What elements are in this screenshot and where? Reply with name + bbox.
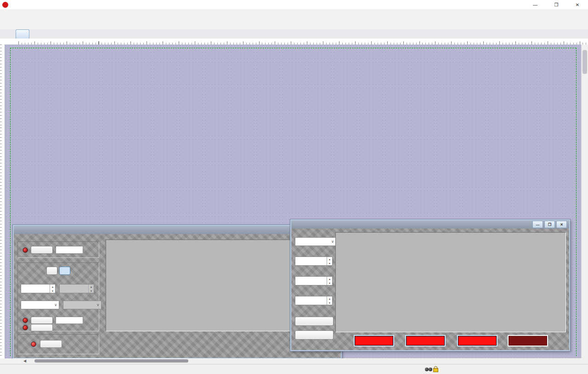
app-icon xyxy=(2,2,8,8)
peq-window-buttons: — ❐ ✕ xyxy=(532,221,567,228)
menu-bar xyxy=(0,9,588,19)
toolbar xyxy=(0,18,588,30)
title-bar: — ❐ ✕ xyxy=(0,0,588,10)
flatten-all-button[interactable] xyxy=(295,330,334,340)
window-controls: — ❐ ✕ xyxy=(525,0,588,9)
horizontal-scrollbar[interactable]: ◀ xyxy=(21,358,582,364)
horizontal-ruler xyxy=(0,39,588,45)
close-button[interactable]: ✕ xyxy=(567,0,588,9)
flatten-band-button[interactable] xyxy=(295,317,334,326)
range-l-button[interactable] xyxy=(46,267,57,275)
restore-button[interactable]: ❐ xyxy=(546,0,567,9)
center-freq-spinner[interactable]: ▲▼ xyxy=(295,257,333,266)
drag-points-button[interactable] xyxy=(458,336,497,346)
monitor-eye-icon xyxy=(425,368,432,372)
output-level-value[interactable] xyxy=(56,317,83,324)
peq-dialog-titlebar[interactable]: — ❐ ✕ xyxy=(291,220,569,229)
vertical-scrollbar[interactable] xyxy=(581,45,588,364)
tab-close-icon[interactable] xyxy=(582,31,588,39)
filter-slope-select-disabled: ∨ xyxy=(63,301,102,309)
peq-minimize-button[interactable]: — xyxy=(532,221,543,228)
application-window: — ❐ ✕ xyxy=(0,0,588,374)
invert-button[interactable] xyxy=(31,324,53,331)
scroll-left-arrow-icon[interactable]: ◀ xyxy=(23,359,26,363)
range-h-button[interactable] xyxy=(59,267,70,275)
frequency-spinner[interactable]: ▲▼ xyxy=(21,284,56,293)
crossover-graph[interactable] xyxy=(106,240,305,331)
band-button[interactable] xyxy=(509,336,547,346)
invert-led xyxy=(23,325,28,330)
filter-slope-select[interactable]: ∨ xyxy=(21,301,59,309)
frequency-spinner-disabled: ▲▼ xyxy=(59,284,94,293)
peq-dialog-body: ∨ ▲▼ ▲▼ ▲▼ xyxy=(291,229,569,348)
document-tab-bar xyxy=(0,29,588,39)
vertical-scroll-thumb[interactable] xyxy=(582,50,587,74)
workspace: ▲▼ ▲▼ ∨ ∨ xyxy=(0,45,588,364)
input-mute-led xyxy=(23,247,28,253)
output-mute-led xyxy=(23,318,28,323)
peq-close-button[interactable]: ✕ xyxy=(556,221,567,228)
input-level-group xyxy=(17,241,99,258)
tab-scroll-left-icon[interactable] xyxy=(0,31,6,39)
sync-led xyxy=(31,341,36,347)
bypass-all-button[interactable] xyxy=(406,336,445,346)
gain-spinner[interactable]: ▲▼ xyxy=(295,276,333,285)
sync-button[interactable] xyxy=(40,340,62,348)
design-canvas[interactable]: ▲▼ ▲▼ ∨ ∨ xyxy=(5,45,582,358)
sync-group xyxy=(17,334,99,354)
minimize-button[interactable]: — xyxy=(525,0,546,9)
tab-active[interactable] xyxy=(16,29,29,39)
peq-restore-button[interactable]: ❐ xyxy=(544,221,555,228)
active-band-select[interactable]: ∨ xyxy=(295,237,336,246)
tab-scroll-right-icon[interactable] xyxy=(575,31,582,39)
horizontal-scroll-thumb[interactable] xyxy=(34,359,188,363)
input-level-value[interactable] xyxy=(56,246,83,254)
peq-graph[interactable] xyxy=(335,232,566,332)
bandwidth-spinner[interactable]: ▲▼ xyxy=(295,296,333,305)
status-bar xyxy=(0,364,588,374)
output-mute-button[interactable] xyxy=(31,317,53,324)
input-mute-button[interactable] xyxy=(31,246,53,254)
bypass-band-button[interactable] xyxy=(355,336,393,346)
output-range-group: ▲▼ ▲▼ ∨ ∨ xyxy=(17,262,99,331)
peq-dialog[interactable]: — ❐ ✕ ∨ ▲▼ ▲▼ xyxy=(290,219,570,351)
preset-lock-icon xyxy=(433,368,438,372)
